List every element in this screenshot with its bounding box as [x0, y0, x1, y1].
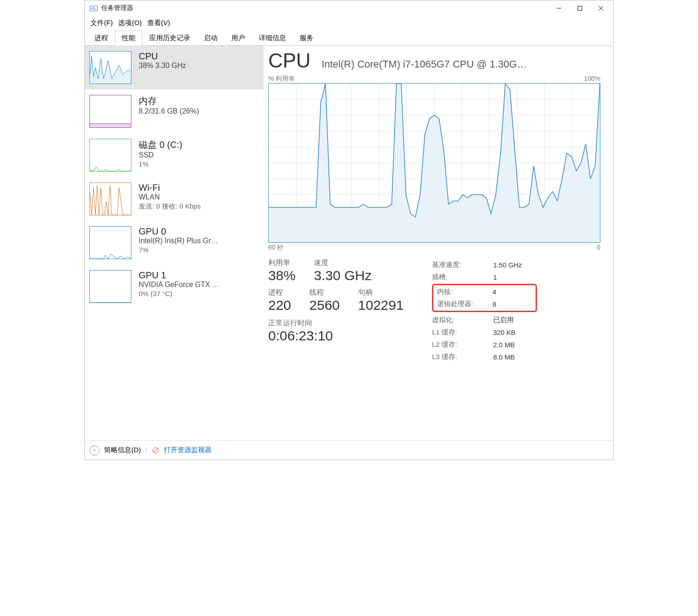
- sidebar-name: 磁盘 0 (C:): [139, 139, 182, 151]
- main-area: CPU 38% 3.30 GHz 内存 8.2/31.6 GB (26%) 磁盘…: [85, 46, 613, 442]
- right-stat-val: 1.50 GHz: [493, 259, 537, 271]
- sidebar-thumb-gpu0: [89, 226, 131, 259]
- right-stat-row: 逻辑处理器:8: [437, 298, 532, 310]
- sidebar-thumb-disk: [89, 139, 131, 172]
- detail-header: CPU Intel(R) Core(TM) i7-1065G7 CPU @ 1.…: [268, 49, 600, 72]
- close-button[interactable]: [590, 1, 611, 15]
- sidebar-item-cpu[interactable]: CPU 38% 3.30 GHz: [85, 46, 264, 89]
- svg-line-28: [154, 449, 157, 452]
- sidebar-text-gpu0: GPU 0 Intel(R) Iris(R) Plus Gr… 7%: [139, 226, 218, 259]
- sidebar-sub2: 发送: 0 接收: 0 Kbps: [139, 202, 201, 211]
- graph-x-left: 60 秒: [268, 244, 283, 252]
- graph-y-labels: % 利用率 100%: [268, 75, 600, 83]
- sidebar-sub2: 1%: [139, 160, 182, 168]
- graph-y-label: % 利用率: [268, 75, 295, 83]
- menubar: 文件(F) 选项(O) 查看(V): [85, 16, 613, 30]
- sidebar-item-gpu0[interactable]: GPU 0 Intel(R) Iris(R) Plus Gr… 7%: [85, 221, 264, 265]
- sidebar-sub2: 0% (37 °C): [139, 290, 219, 298]
- right-stats-table: 基准速度:1.50 GHz插槽:1内核:4逻辑处理器:8虚拟化:已启用L1 缓存…: [431, 258, 538, 364]
- sidebar-sub: NVIDIA GeForce GTX …: [139, 281, 219, 289]
- tab-startup[interactable]: 启动: [197, 31, 224, 46]
- sidebar-text-gpu1: GPU 1 NVIDIA GeForce GTX … 0% (37 °C): [139, 270, 219, 303]
- sidebar-name: GPU 1: [139, 270, 219, 281]
- right-stat-key: 插槽:: [432, 271, 492, 283]
- sidebar-text-wifi: Wi-Fi WLAN 发送: 0 接收: 0 Kbps: [139, 183, 201, 215]
- tab-users[interactable]: 用户: [224, 31, 252, 46]
- graph-x-labels: 60 秒 0: [268, 244, 600, 252]
- sidebar-thumb-gpu1: [89, 270, 131, 303]
- right-stat-key: 虚拟化:: [432, 314, 492, 326]
- right-stat-row: L2 缓存:2.0 MB: [432, 339, 537, 350]
- right-stat-val: 320 KB: [493, 327, 537, 338]
- maximize-button[interactable]: [569, 1, 590, 15]
- tab-apphistory[interactable]: 应用历史记录: [142, 31, 197, 46]
- sidebar-item-wifi[interactable]: Wi-Fi WLAN 发送: 0 接收: 0 Kbps: [85, 177, 264, 221]
- right-stat-row: L1 缓存:320 KB: [432, 327, 537, 338]
- svg-rect-2: [578, 6, 582, 10]
- right-stat-row: 虚拟化:已启用: [432, 314, 537, 326]
- stats-right: 基准速度:1.50 GHz插槽:1内核:4逻辑处理器:8虚拟化:已启用L1 缓存…: [431, 258, 538, 364]
- stat-threads: 线程 2560: [309, 288, 340, 313]
- sidebar-item-disk[interactable]: 磁盘 0 (C:) SSD 1%: [85, 133, 264, 177]
- sidebar-sub: Intel(R) Iris(R) Plus Gr…: [139, 237, 218, 245]
- sidebar-name: Wi-Fi: [139, 183, 201, 193]
- sidebar-name: CPU: [139, 51, 186, 62]
- stats-block: 利用率 38% 速度 3.30 GHz 进程 220 线程 25: [268, 258, 600, 364]
- detail-panel: CPU Intel(R) Core(TM) i7-1065G7 CPU @ 1.…: [264, 46, 613, 442]
- sidebar-text-mem: 内存 8.2/31.6 GB (26%): [139, 95, 199, 128]
- app-icon: [89, 4, 98, 12]
- titlebar: 任务管理器: [85, 0, 613, 16]
- sidebar: CPU 38% 3.30 GHz 内存 8.2/31.6 GB (26%) 磁盘…: [85, 46, 264, 442]
- right-stat-row: 插槽:1: [432, 271, 537, 283]
- right-stat-key: L2 缓存:: [432, 339, 492, 350]
- tab-services[interactable]: 服务: [293, 31, 320, 46]
- sidebar-sub: SSD: [139, 151, 182, 159]
- tab-details[interactable]: 详细信息: [252, 31, 293, 46]
- right-stat-key: 基准速度:: [432, 259, 492, 271]
- fewer-details-toggle-icon[interactable]: [89, 445, 99, 455]
- right-stat-key: L3 缓存:: [432, 351, 492, 363]
- fewer-details-button[interactable]: 简略信息(D): [104, 446, 141, 454]
- right-stat-val: 1: [493, 271, 537, 283]
- right-stat-key: 逻辑处理器:: [437, 298, 492, 310]
- right-stat-val: 4: [493, 286, 532, 298]
- stat-speed: 速度 3.30 GHz: [314, 258, 372, 283]
- tab-performance[interactable]: 性能: [115, 31, 142, 46]
- footer-sep: |: [146, 446, 147, 454]
- sidebar-name: 内存: [139, 95, 199, 107]
- right-stat-row: 基准速度:1.50 GHz: [432, 259, 537, 271]
- right-stat-val: 8.0 MB: [493, 351, 537, 363]
- svg-rect-6: [90, 124, 131, 128]
- sidebar-item-mem[interactable]: 内存 8.2/31.6 GB (26%): [85, 89, 264, 133]
- open-resource-monitor-link[interactable]: 打开资源监视器: [164, 446, 212, 454]
- menu-view[interactable]: 查看(V): [146, 18, 172, 28]
- menu-file[interactable]: 文件(F): [89, 18, 115, 28]
- window-controls: [548, 1, 611, 15]
- stats-left: 利用率 38% 速度 3.30 GHz 进程 220 线程 25: [268, 258, 404, 364]
- right-stat-val: 8: [493, 298, 532, 310]
- menu-options[interactable]: 选项(O): [116, 18, 144, 28]
- footer-bar: 简略信息(D) | 打开资源监视器: [85, 440, 613, 459]
- tab-processes[interactable]: 进程: [88, 31, 115, 46]
- stat-handles: 句柄 102291: [358, 288, 404, 313]
- sidebar-sub: 38% 3.30 GHz: [139, 62, 186, 70]
- sidebar-thumb-cpu: [89, 51, 131, 84]
- stat-processes: 进程 220: [268, 288, 291, 313]
- graph-x-right: 0: [597, 244, 600, 252]
- stat-utilization: 利用率 38%: [268, 258, 296, 283]
- right-stat-row: 内核:4: [437, 286, 532, 298]
- resource-monitor-icon: [152, 447, 159, 454]
- stat-uptime: 正常运行时间 0:06:23:10: [268, 318, 404, 344]
- sidebar-name: GPU 0: [139, 226, 218, 237]
- cpu-graph[interactable]: [268, 83, 600, 243]
- tab-bar: 进程 性能 应用历史记录 启动 用户 详细信息 服务: [85, 30, 613, 46]
- sidebar-item-gpu1[interactable]: GPU 1 NVIDIA GeForce GTX … 0% (37 °C): [85, 265, 264, 308]
- sidebar-sub: WLAN: [139, 193, 201, 201]
- sidebar-thumb-wifi: [89, 183, 131, 215]
- right-stat-row: L3 缓存:8.0 MB: [432, 351, 537, 363]
- sidebar-sub2: 7%: [139, 246, 218, 254]
- right-stat-key: L1 缓存:: [432, 327, 492, 338]
- sidebar-thumb-mem: [89, 95, 131, 128]
- graph-y-max: 100%: [584, 75, 600, 83]
- minimize-button[interactable]: [548, 1, 569, 15]
